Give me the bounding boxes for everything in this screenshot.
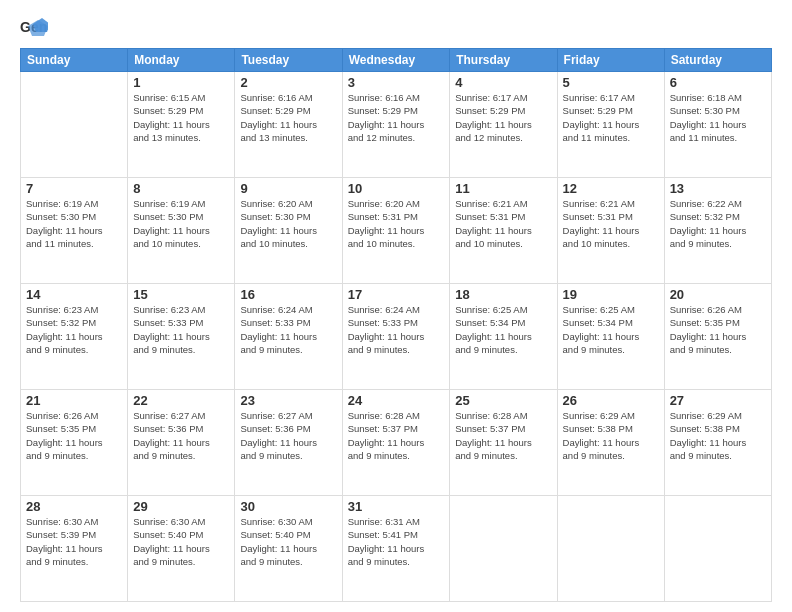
day-info: Sunrise: 6:28 AMSunset: 5:37 PMDaylight:… [348,409,445,462]
day-number: 23 [240,393,336,408]
calendar-cell: 27Sunrise: 6:29 AMSunset: 5:38 PMDayligh… [664,390,771,496]
day-number: 26 [563,393,659,408]
day-info: Sunrise: 6:27 AMSunset: 5:36 PMDaylight:… [240,409,336,462]
day-info: Sunrise: 6:30 AMSunset: 5:39 PMDaylight:… [26,515,122,568]
calendar-cell [664,496,771,602]
day-info: Sunrise: 6:25 AMSunset: 5:34 PMDaylight:… [563,303,659,356]
calendar-cell: 17Sunrise: 6:24 AMSunset: 5:33 PMDayligh… [342,284,450,390]
day-number: 19 [563,287,659,302]
day-number: 20 [670,287,766,302]
calendar-cell: 12Sunrise: 6:21 AMSunset: 5:31 PMDayligh… [557,178,664,284]
calendar-cell: 2Sunrise: 6:16 AMSunset: 5:29 PMDaylight… [235,72,342,178]
calendar-header-row: SundayMondayTuesdayWednesdayThursdayFrid… [21,49,772,72]
calendar-page: Gene SundayMondayTuesdayWednesdayThursda… [0,0,792,612]
logo: Gene [20,18,54,40]
calendar-cell [450,496,557,602]
day-info: Sunrise: 6:26 AMSunset: 5:35 PMDaylight:… [26,409,122,462]
day-number: 29 [133,499,229,514]
weekday-header-saturday: Saturday [664,49,771,72]
day-number: 5 [563,75,659,90]
day-info: Sunrise: 6:31 AMSunset: 5:41 PMDaylight:… [348,515,445,568]
day-info: Sunrise: 6:27 AMSunset: 5:36 PMDaylight:… [133,409,229,462]
day-number: 7 [26,181,122,196]
calendar-cell: 5Sunrise: 6:17 AMSunset: 5:29 PMDaylight… [557,72,664,178]
calendar-cell: 23Sunrise: 6:27 AMSunset: 5:36 PMDayligh… [235,390,342,496]
calendar-cell [557,496,664,602]
day-number: 16 [240,287,336,302]
calendar-cell: 8Sunrise: 6:19 AMSunset: 5:30 PMDaylight… [128,178,235,284]
calendar-cell: 28Sunrise: 6:30 AMSunset: 5:39 PMDayligh… [21,496,128,602]
day-info: Sunrise: 6:15 AMSunset: 5:29 PMDaylight:… [133,91,229,144]
logo-icon: Gene [20,18,48,40]
day-number: 2 [240,75,336,90]
calendar-cell: 1Sunrise: 6:15 AMSunset: 5:29 PMDaylight… [128,72,235,178]
calendar-cell: 11Sunrise: 6:21 AMSunset: 5:31 PMDayligh… [450,178,557,284]
day-number: 27 [670,393,766,408]
day-number: 25 [455,393,551,408]
weekday-header-tuesday: Tuesday [235,49,342,72]
day-info: Sunrise: 6:30 AMSunset: 5:40 PMDaylight:… [133,515,229,568]
day-number: 3 [348,75,445,90]
day-info: Sunrise: 6:26 AMSunset: 5:35 PMDaylight:… [670,303,766,356]
day-number: 17 [348,287,445,302]
calendar-cell: 7Sunrise: 6:19 AMSunset: 5:30 PMDaylight… [21,178,128,284]
calendar-cell: 4Sunrise: 6:17 AMSunset: 5:29 PMDaylight… [450,72,557,178]
calendar-cell: 13Sunrise: 6:22 AMSunset: 5:32 PMDayligh… [664,178,771,284]
calendar-cell: 21Sunrise: 6:26 AMSunset: 5:35 PMDayligh… [21,390,128,496]
day-info: Sunrise: 6:23 AMSunset: 5:33 PMDaylight:… [133,303,229,356]
calendar-cell: 29Sunrise: 6:30 AMSunset: 5:40 PMDayligh… [128,496,235,602]
calendar-cell: 14Sunrise: 6:23 AMSunset: 5:32 PMDayligh… [21,284,128,390]
day-info: Sunrise: 6:20 AMSunset: 5:31 PMDaylight:… [348,197,445,250]
calendar-week-row: 21Sunrise: 6:26 AMSunset: 5:35 PMDayligh… [21,390,772,496]
weekday-header-wednesday: Wednesday [342,49,450,72]
day-number: 11 [455,181,551,196]
day-info: Sunrise: 6:16 AMSunset: 5:29 PMDaylight:… [348,91,445,144]
calendar-cell: 22Sunrise: 6:27 AMSunset: 5:36 PMDayligh… [128,390,235,496]
day-number: 18 [455,287,551,302]
day-info: Sunrise: 6:29 AMSunset: 5:38 PMDaylight:… [563,409,659,462]
calendar-cell: 31Sunrise: 6:31 AMSunset: 5:41 PMDayligh… [342,496,450,602]
day-number: 24 [348,393,445,408]
day-info: Sunrise: 6:30 AMSunset: 5:40 PMDaylight:… [240,515,336,568]
calendar-week-row: 14Sunrise: 6:23 AMSunset: 5:32 PMDayligh… [21,284,772,390]
calendar-cell [21,72,128,178]
calendar-cell: 3Sunrise: 6:16 AMSunset: 5:29 PMDaylight… [342,72,450,178]
weekday-header-sunday: Sunday [21,49,128,72]
day-info: Sunrise: 6:24 AMSunset: 5:33 PMDaylight:… [348,303,445,356]
calendar-cell: 25Sunrise: 6:28 AMSunset: 5:37 PMDayligh… [450,390,557,496]
calendar-cell: 19Sunrise: 6:25 AMSunset: 5:34 PMDayligh… [557,284,664,390]
day-info: Sunrise: 6:18 AMSunset: 5:30 PMDaylight:… [670,91,766,144]
day-info: Sunrise: 6:16 AMSunset: 5:29 PMDaylight:… [240,91,336,144]
day-number: 31 [348,499,445,514]
day-number: 22 [133,393,229,408]
day-number: 28 [26,499,122,514]
day-info: Sunrise: 6:28 AMSunset: 5:37 PMDaylight:… [455,409,551,462]
day-number: 13 [670,181,766,196]
header: Gene [20,18,772,40]
day-info: Sunrise: 6:23 AMSunset: 5:32 PMDaylight:… [26,303,122,356]
calendar-cell: 9Sunrise: 6:20 AMSunset: 5:30 PMDaylight… [235,178,342,284]
day-number: 14 [26,287,122,302]
day-number: 10 [348,181,445,196]
weekday-header-thursday: Thursday [450,49,557,72]
day-info: Sunrise: 6:17 AMSunset: 5:29 PMDaylight:… [455,91,551,144]
day-number: 1 [133,75,229,90]
day-info: Sunrise: 6:25 AMSunset: 5:34 PMDaylight:… [455,303,551,356]
day-info: Sunrise: 6:19 AMSunset: 5:30 PMDaylight:… [26,197,122,250]
day-number: 8 [133,181,229,196]
calendar-week-row: 28Sunrise: 6:30 AMSunset: 5:39 PMDayligh… [21,496,772,602]
calendar-cell: 10Sunrise: 6:20 AMSunset: 5:31 PMDayligh… [342,178,450,284]
day-number: 12 [563,181,659,196]
calendar-cell: 26Sunrise: 6:29 AMSunset: 5:38 PMDayligh… [557,390,664,496]
day-info: Sunrise: 6:24 AMSunset: 5:33 PMDaylight:… [240,303,336,356]
day-info: Sunrise: 6:20 AMSunset: 5:30 PMDaylight:… [240,197,336,250]
calendar-cell: 6Sunrise: 6:18 AMSunset: 5:30 PMDaylight… [664,72,771,178]
day-info: Sunrise: 6:19 AMSunset: 5:30 PMDaylight:… [133,197,229,250]
calendar-cell: 30Sunrise: 6:30 AMSunset: 5:40 PMDayligh… [235,496,342,602]
day-number: 30 [240,499,336,514]
day-info: Sunrise: 6:17 AMSunset: 5:29 PMDaylight:… [563,91,659,144]
day-number: 9 [240,181,336,196]
calendar-cell: 18Sunrise: 6:25 AMSunset: 5:34 PMDayligh… [450,284,557,390]
calendar-week-row: 1Sunrise: 6:15 AMSunset: 5:29 PMDaylight… [21,72,772,178]
day-number: 21 [26,393,122,408]
